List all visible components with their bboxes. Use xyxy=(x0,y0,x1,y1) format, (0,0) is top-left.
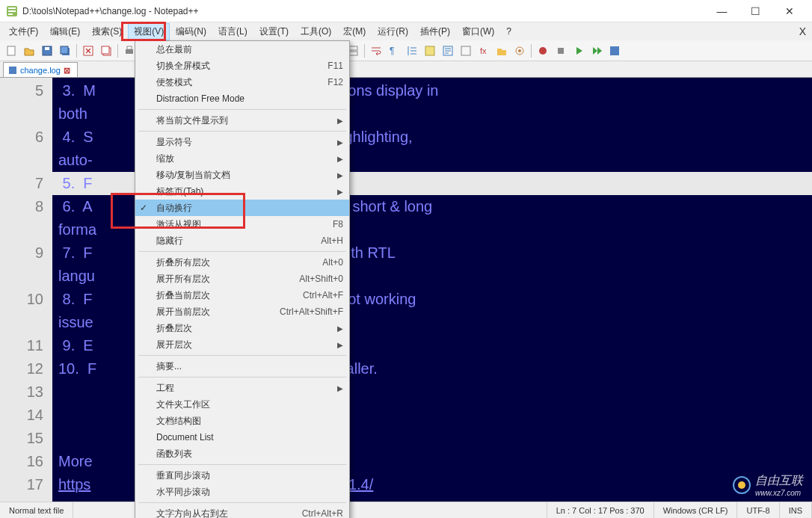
check-icon: ✓ xyxy=(140,203,147,213)
close-all-icon[interactable] xyxy=(98,43,114,59)
svg-rect-3 xyxy=(8,13,13,15)
svg-rect-8 xyxy=(61,46,68,54)
menu-macro[interactable]: 宏(M) xyxy=(337,23,372,40)
menu-item-unfold-current[interactable]: 展开当前层次Ctrl+Alt+Shift+F xyxy=(135,303,349,320)
menu-item-fold-level[interactable]: 折叠层次▶ xyxy=(135,320,349,336)
menu-item-tab[interactable]: 标签页(Tab)▶ xyxy=(135,183,349,200)
menu-item-hide-lines[interactable]: 隐藏行Alt+H xyxy=(135,232,349,249)
chevron-right-icon: ▶ xyxy=(337,341,343,349)
menu-help[interactable]: ? xyxy=(500,24,517,39)
menu-language[interactable]: 语言(L) xyxy=(212,23,253,40)
menu-window[interactable]: 窗口(W) xyxy=(456,23,500,40)
menu-item-func-list[interactable]: 函数列表 xyxy=(135,445,349,462)
svg-rect-6 xyxy=(45,47,49,50)
menu-encoding[interactable]: 编码(N) xyxy=(170,23,212,40)
user-lang-icon[interactable] xyxy=(422,43,438,59)
menu-item-show-symbol[interactable]: 显示符号▶ xyxy=(135,134,349,150)
svg-text:fx: fx xyxy=(480,46,487,55)
save-macro-icon[interactable] xyxy=(606,43,623,59)
doc-map-icon[interactable] xyxy=(440,43,456,59)
menu-item-always-on-top[interactable]: 总在最前 xyxy=(135,41,349,58)
line-number-gutter: 5 6 7 8 9 10 11 12 13 14 15 16 17 xyxy=(0,78,52,502)
save-icon[interactable] xyxy=(39,43,55,59)
menu-item-fold-all[interactable]: 折叠所有层次Alt+0 xyxy=(135,254,349,271)
menu-item-project[interactable]: 工程▶ xyxy=(135,380,349,396)
menu-item-unfold-all[interactable]: 展开所有层次Alt+Shift+0 xyxy=(135,271,349,287)
monitor-icon[interactable] xyxy=(511,43,528,59)
new-file-icon[interactable] xyxy=(3,43,19,59)
menu-search[interactable]: 搜索(S) xyxy=(86,23,128,40)
menu-plugins[interactable]: 插件(P) xyxy=(414,23,456,40)
titlebar: D:\tools\Notepad++\change.log - Notepad+… xyxy=(0,0,812,22)
menu-item-wordwrap[interactable]: ✓自动换行 xyxy=(135,200,349,216)
file-tab[interactable]: change.log ⊠ xyxy=(3,62,78,77)
menu-item-fold-current[interactable]: 折叠当前层次Ctrl+Alt+F xyxy=(135,287,349,303)
menu-item-postit[interactable]: 便签模式F12 xyxy=(135,74,349,90)
maximize-button[interactable]: ☐ xyxy=(739,1,772,22)
svg-rect-13 xyxy=(127,46,132,49)
menu-item-fullscreen[interactable]: 切换全屏模式F11 xyxy=(135,58,349,74)
record-icon[interactable] xyxy=(535,43,551,59)
menu-settings[interactable]: 设置(T) xyxy=(253,23,295,40)
menu-item-doc-map[interactable]: 文档结构图 xyxy=(135,413,349,429)
chevron-right-icon: ▶ xyxy=(337,171,343,179)
menu-file[interactable]: 文件(F) xyxy=(3,23,44,40)
menu-item-zoom[interactable]: 缩放▶ xyxy=(135,150,349,167)
doc-list-icon[interactable] xyxy=(458,43,474,59)
file-tab-close-icon[interactable]: ⊠ xyxy=(64,66,73,75)
stop-icon[interactable] xyxy=(553,43,569,59)
file-tab-icon xyxy=(8,66,17,75)
show-chars-icon[interactable]: ¶ xyxy=(386,43,402,59)
svg-rect-37 xyxy=(610,46,619,55)
menu-item-summary[interactable]: 摘要... xyxy=(135,358,349,374)
toolbar-separator xyxy=(364,44,365,58)
func-list-icon[interactable]: fx xyxy=(476,43,492,59)
menu-item-rtl[interactable]: 文字方向从右到左Ctrl+Alt+R xyxy=(135,505,349,518)
line-number: 9 xyxy=(0,241,43,265)
svg-rect-29 xyxy=(425,46,434,55)
chevron-right-icon: ▶ xyxy=(337,324,343,333)
menu-item-sync-h[interactable]: 水平同步滚动 xyxy=(135,484,349,500)
window-title: D:\tools\Notepad++\change.log - Notepad+… xyxy=(22,6,705,16)
svg-rect-2 xyxy=(8,10,16,12)
menu-item-doc-list[interactable]: Document List xyxy=(135,429,349,445)
status-eol[interactable]: Windows (CR LF) xyxy=(654,502,738,518)
save-all-icon[interactable] xyxy=(57,43,73,59)
line-number: 17 xyxy=(0,473,43,496)
svg-rect-4 xyxy=(7,46,15,55)
menu-view[interactable]: 视图(V) xyxy=(128,23,170,40)
line-number: 14 xyxy=(0,404,43,427)
svg-point-35 xyxy=(539,47,547,55)
svg-point-34 xyxy=(518,49,521,52)
menu-item-focus-view[interactable]: 激活从视图F8 xyxy=(135,216,349,232)
menu-item-distraction-free[interactable]: Distraction Free Mode xyxy=(135,90,349,107)
line-number: 13 xyxy=(0,380,43,404)
menu-separator xyxy=(138,355,346,356)
menu-run[interactable]: 运行(R) xyxy=(372,23,414,40)
menu-tools[interactable]: 工具(O) xyxy=(295,23,337,40)
indent-guide-icon[interactable] xyxy=(404,43,420,59)
editor[interactable]: 5 6 7 8 9 10 11 12 13 14 15 16 17 3. M g… xyxy=(0,78,812,502)
wordwrap-icon[interactable] xyxy=(368,43,384,59)
line-number: 6 xyxy=(0,126,43,149)
menubar-close-button[interactable]: X xyxy=(799,25,806,37)
menu-item-unfold-level[interactable]: 展开层次▶ xyxy=(135,336,349,353)
menu-item-sync-v[interactable]: 垂直同步滚动 xyxy=(135,467,349,484)
svg-rect-36 xyxy=(558,48,564,54)
minimize-button[interactable]: — xyxy=(705,1,739,22)
folder-ws-icon[interactable] xyxy=(493,43,510,59)
menu-separator xyxy=(138,464,346,465)
play-icon[interactable] xyxy=(570,43,587,59)
watermark: 自由互联 www.xz7.com xyxy=(731,473,803,497)
svg-point-40 xyxy=(738,481,745,489)
menu-edit[interactable]: 编辑(E) xyxy=(44,23,86,40)
close-file-icon[interactable] xyxy=(80,43,96,59)
play-multi-icon[interactable] xyxy=(588,43,605,59)
open-file-icon[interactable] xyxy=(21,43,37,59)
status-encoding[interactable]: UTF-8 xyxy=(737,502,779,518)
close-button[interactable]: ✕ xyxy=(772,1,806,22)
menu-item-move-to[interactable]: 将当前文件显示到▶ xyxy=(135,112,349,129)
menu-item-move-clone[interactable]: 移动/复制当前文档▶ xyxy=(135,167,349,183)
menu-item-folder-workspace[interactable]: 文件夹工作区 xyxy=(135,396,349,413)
status-insert-mode[interactable]: INS xyxy=(780,502,812,518)
